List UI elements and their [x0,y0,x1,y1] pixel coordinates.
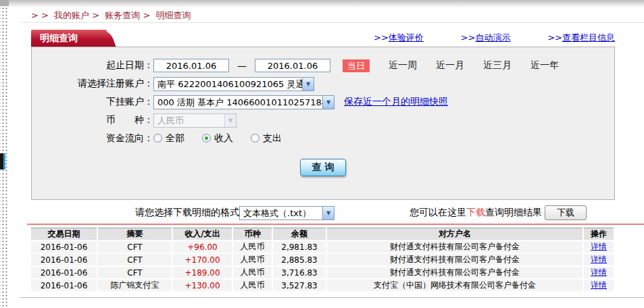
splitter-collapse-handle[interactable] [0,153,5,170]
download-hint: 您可以在这里下载查询明细结果 [410,207,542,219]
cell-balance: 2,885.83 [272,253,326,266]
download-hint-group: 您可以在这里下载查询明细结果 下载 [410,205,615,220]
cell-date: 2016-01-06 [31,266,97,279]
col-date: 交易日期 [31,228,97,241]
currency-value: 人民币 [154,114,224,127]
query-form-panel: 起止日期： — 当日 近一周 近一月 近三月 近一年 请选择注册账户： 南平 6… [31,47,615,200]
cell-currency: 人民币 [232,240,272,253]
registered-account-value: 南平 6222001406100921065 灵通卡 [154,78,302,91]
breadcrumb-item-my-account[interactable]: 我的账户 [54,10,89,20]
query-button[interactable]: 查 询 [300,159,346,176]
query-button-row: 查 询 [32,159,614,176]
col-counterparty: 对方户名 [326,228,583,241]
window-top-gradient [0,0,644,8]
cell-balance: 3,527.83 [272,279,326,292]
sub-account-select[interactable]: 000 活期 基本户 1406600101102571848 ▼ [153,95,335,109]
registered-account-row: 请选择注册账户： 南平 6222001406100921065 灵通卡 ▼ [32,76,614,91]
period-today-badge[interactable]: 当日 [343,59,370,72]
download-hint-suffix: 查询明细结果 [485,207,542,217]
corner-block [0,0,9,6]
download-button[interactable]: 下载 [545,205,587,220]
sub-account-row: 下挂账户： 000 活期 基本户 1406600101102571848 ▼ 保… [32,95,614,109]
table-row: 2016-01-06CFT+189.00人民币3,716.83财付通支付科技有限… [31,266,614,279]
page-title: 明细查询 [40,32,78,43]
detail-link[interactable]: 详情 [591,255,607,264]
cell-currency: 人民币 [232,266,272,279]
cell-counterparty: 支付宝（中国）网络技术有限公司客户备付金 [326,279,583,292]
download-format-select[interactable]: 文本格式（.txt） ▼ [239,206,335,220]
breadcrumb-item-detail-query[interactable]: 明细查询 [155,10,191,20]
radio-icon[interactable] [202,134,211,143]
flow-radio-option[interactable]: 全部 [153,132,184,145]
chevron-down-icon[interactable]: ▼ [302,78,314,91]
breadcrumb-prefix: > > [31,10,49,20]
period-last-year-link[interactable]: 近一年 [530,59,559,72]
date-to-input[interactable] [255,59,330,72]
breadcrumb: > > 我的账户 > 账务查询 > 明细查询 [31,9,191,22]
flow-radio-option[interactable]: 收入 [202,132,233,145]
radio-icon[interactable] [153,134,162,143]
period-last-3-months-link[interactable]: 近三月 [483,59,512,72]
col-amount: 收入/支出 [172,228,232,241]
flow-radio-label: 支出 [263,132,282,145]
download-hint-prefix: 您可以在这里 [410,207,466,217]
table-row: 2016-01-06CFT+170.00人民币2,885.83财付通支付科技有限… [31,253,614,266]
tab-detail-query[interactable]: 明细查询 [31,30,107,47]
link-prefix: >> [461,32,476,43]
col-balance: 余额 [272,228,326,241]
table-header-row: 交易日期 摘要 收入/支出 币种 余额 对方户名 操作 [31,228,614,241]
date-dash: — [237,60,247,71]
table-row: 2016-01-06陈广锦支付宝+130.00人民币3,527.83支付宝（中国… [31,279,614,292]
fund-flow-label: 资金流向： [32,132,153,145]
cell-amount: +189.00 [172,266,232,279]
chevron-down-icon[interactable]: ▼ [322,207,334,220]
date-range-row: 起止日期： — 当日 近一周 近一月 近三月 近一年 [32,58,614,73]
flow-radio-label: 全部 [166,132,184,145]
red-divider [27,224,644,225]
cell-counterparty: 财付通支付科技有限公司客户备付金 [326,240,583,253]
date-from-input[interactable] [153,59,229,72]
breadcrumb-separator: > [143,10,150,20]
download-inline-link[interactable]: 下载 [466,207,485,217]
experience-rating-link[interactable]: 体验评价 [389,32,424,43]
breadcrumb-item-account-query[interactable]: 账务查询 [105,10,140,20]
detail-link[interactable]: 详情 [591,242,607,251]
cell-date: 2016-01-06 [31,240,97,253]
transactions-table: 交易日期 摘要 收入/支出 币种 余额 对方户名 操作 2016-01-06CF… [31,228,614,292]
cell-action: 详情 [583,279,614,292]
cell-currency: 人民币 [232,279,272,292]
period-last-month-link[interactable]: 近一月 [436,59,464,72]
link-prefix: >> [547,32,562,43]
detail-link[interactable]: 详情 [591,280,607,290]
cell-balance: 3,716.83 [272,266,326,279]
bottom-divider [20,297,644,298]
cell-summary: CFT [97,266,172,279]
breadcrumb-separator: > [92,10,99,20]
currency-row: 币 种： 人民币 ▼ [32,113,614,128]
detail-link[interactable]: 详情 [591,267,607,277]
table-row: 2016-01-06CFT+96.00人民币2,981.83财付通支付科技有限公… [31,240,614,253]
chevron-down-icon[interactable]: ▼ [322,96,334,109]
download-format-label: 请您选择下载明细的格式 [135,207,239,219]
registered-account-select[interactable]: 南平 6222001406100921065 灵通卡 ▼ [153,77,314,91]
fund-flow-row: 资金流向： 全部收入支出 [32,131,614,146]
auto-demo-link[interactable]: 自动演示 [475,32,510,43]
date-range-label: 起止日期： [32,59,153,72]
column-info-link[interactable]: 查看栏目信息 [562,32,615,43]
registered-account-label: 请选择注册账户： [32,78,153,90]
col-currency: 币种 [232,228,272,241]
save-monthly-snapshot-link[interactable]: 保存近一个月的明细快照 [344,96,448,108]
col-summary: 摘要 [97,228,172,241]
cell-summary: CFT [97,253,172,266]
sub-account-value: 000 活期 基本户 1406600101102571848 [154,96,322,109]
cell-amount: +170.00 [172,253,232,266]
flow-radio-option[interactable]: 支出 [251,132,282,145]
period-last-week-link[interactable]: 近一周 [389,59,417,72]
cell-amount: +130.00 [172,279,232,292]
radio-icon[interactable] [251,134,259,143]
column-info-link-wrap: >>查看栏目信息 [547,32,615,44]
cell-counterparty: 财付通支付科技有限公司客户备付金 [326,253,583,266]
cell-counterparty: 财付通支付科技有限公司客户备付金 [326,266,583,279]
cell-currency: 人民币 [232,253,272,266]
col-action: 操作 [583,228,614,241]
